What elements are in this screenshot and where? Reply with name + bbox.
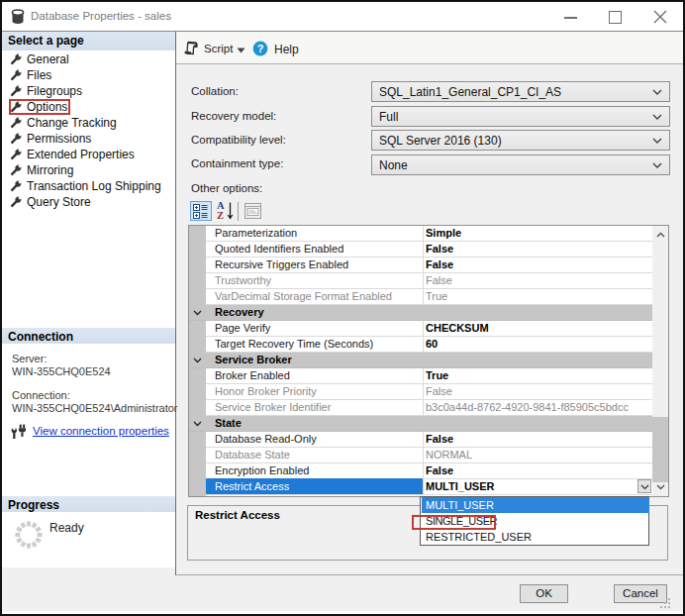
svg-text:?: ? [257,43,264,54]
